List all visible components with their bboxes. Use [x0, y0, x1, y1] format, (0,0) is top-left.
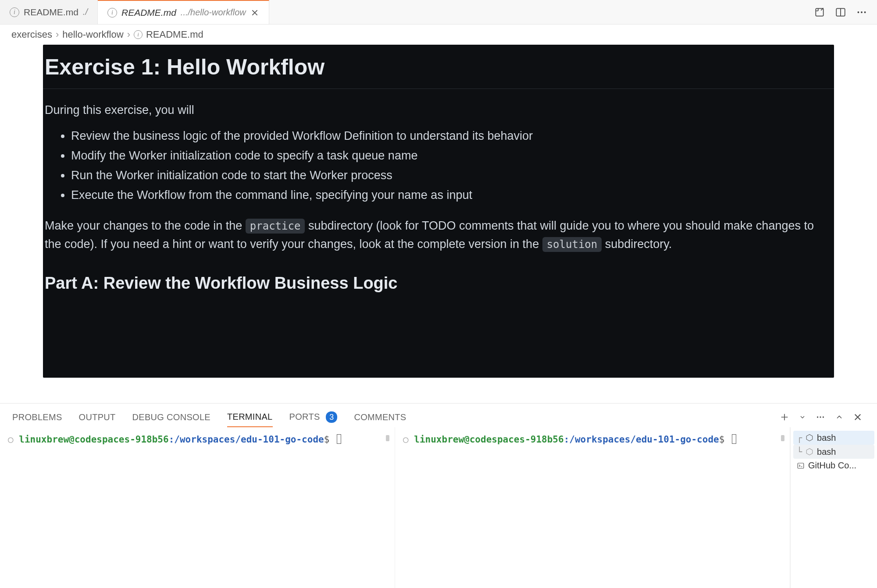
terminal-list-item[interactable]: GitHub Co...: [793, 459, 874, 472]
tab-title: README.md: [121, 7, 176, 18]
tab-subpath: ./: [83, 7, 88, 17]
panel-body: ○ linuxbrew@codespaces-918b56:/workspace…: [0, 427, 877, 588]
code-chip: practice: [246, 219, 305, 234]
preview-list-item: Run the Worker initialization code to st…: [71, 167, 834, 184]
terminal-list: ┌ bash └ bash GitHub Co...: [790, 427, 877, 588]
preview-heading-2: Part A: Review the Workflow Business Log…: [43, 262, 834, 293]
tab-subpath: .../hello-workflow: [181, 7, 246, 18]
terminal-scrollbar[interactable]: [781, 435, 784, 441]
terminal-pane-2[interactable]: ○ linuxbrew@codespaces-918b56:/workspace…: [395, 427, 790, 588]
terminal-path: /workspaces/edu-101-go-code: [174, 434, 324, 445]
breadcrumb-item[interactable]: README.md: [146, 29, 203, 40]
preview-paragraph: Make your changes to the code in the pra…: [43, 217, 834, 254]
panel-tab-terminal[interactable]: TERMINAL: [227, 407, 273, 427]
editor-tab-readme-hello-workflow[interactable]: i README.md .../hello-workflow: [98, 0, 269, 24]
show-source-icon[interactable]: [814, 7, 825, 18]
terminal-list-item[interactable]: ┌ bash: [793, 431, 874, 445]
terminal-pane-1[interactable]: ○ linuxbrew@codespaces-918b56:/workspace…: [0, 427, 395, 588]
editor-tab-bar: i README.md ./ i README.md .../hello-wor…: [0, 0, 877, 25]
svg-point-4: [864, 11, 866, 13]
terminal-separator: :: [564, 434, 570, 445]
more-icon[interactable]: [816, 412, 825, 422]
terminal-list-item[interactable]: └ bash: [793, 445, 874, 459]
preview-list-item: Modify the Worker initialization code to…: [71, 147, 834, 164]
tab-title: README.md: [24, 7, 78, 18]
breadcrumb: exercises › hello-workflow › i README.md: [0, 25, 877, 45]
info-icon: i: [10, 7, 19, 17]
terminal-user: linuxbrew@codespaces-918b56: [414, 434, 563, 445]
preview-list: Review the business logic of the provide…: [43, 128, 834, 204]
tab-bar-spacer: [269, 0, 804, 24]
terminal-separator: :: [169, 434, 175, 445]
svg-point-3: [861, 11, 863, 13]
tree-branch-icon: └: [797, 446, 802, 457]
info-icon: i: [134, 30, 143, 39]
panel-actions: [780, 412, 865, 422]
chevron-right-icon: ›: [56, 29, 59, 40]
svg-point-6: [820, 416, 821, 418]
terminal-icon: [797, 462, 805, 470]
terminal-scrollbar[interactable]: [386, 435, 389, 441]
panel-tab-ports[interactable]: PORTS 3: [289, 407, 338, 427]
preview-list-item: Review the business logic of the provide…: [71, 128, 834, 145]
breadcrumb-item[interactable]: hello-workflow: [62, 29, 123, 40]
terminal-user: linuxbrew@codespaces-918b56: [19, 434, 168, 445]
close-icon[interactable]: [250, 8, 259, 17]
terminal-cursor: [337, 434, 341, 444]
terminal-list-label: GitHub Co...: [808, 460, 856, 471]
panel-tab-label: PORTS: [289, 412, 320, 422]
terminal-list-label: bash: [817, 433, 836, 443]
ports-badge: 3: [326, 411, 337, 423]
preview-text: subdirectory.: [605, 237, 672, 251]
preview-paragraph: During this exercise, you will: [43, 101, 834, 120]
panel-tab-debug-console[interactable]: DEBUG CONSOLE: [132, 408, 210, 427]
prompt-circle-icon: ○: [8, 434, 19, 445]
new-terminal-icon[interactable]: [780, 412, 789, 422]
close-panel-icon[interactable]: [853, 413, 862, 422]
panel-tab-problems[interactable]: PROBLEMS: [12, 408, 62, 427]
split-editor-icon[interactable]: [835, 7, 846, 18]
more-icon[interactable]: [856, 7, 867, 18]
code-chip: solution: [542, 237, 602, 252]
editor-tab-readme-root[interactable]: i README.md ./: [0, 0, 98, 24]
panel-tab-output[interactable]: OUTPUT: [79, 408, 116, 427]
tree-branch-icon: ┌: [797, 432, 802, 443]
svg-rect-8: [798, 463, 804, 468]
chevron-up-icon[interactable]: [835, 413, 844, 422]
chevron-down-icon[interactable]: [799, 414, 806, 421]
panel-tab-bar: PROBLEMS OUTPUT DEBUG CONSOLE TERMINAL P…: [0, 404, 877, 427]
terminal-cursor: [732, 434, 736, 444]
bash-icon: [806, 448, 813, 456]
bash-icon: [806, 434, 813, 442]
svg-point-2: [857, 11, 859, 13]
prompt-circle-icon: ○: [403, 434, 414, 445]
svg-point-5: [817, 416, 818, 418]
markdown-preview[interactable]: Exercise 1: Hello Workflow During this e…: [43, 45, 834, 378]
terminal-line: ○ linuxbrew@codespaces-918b56:/workspace…: [8, 434, 387, 445]
tab-bar-actions: [804, 0, 877, 24]
terminal-prompt: $: [324, 434, 330, 445]
terminal-prompt: $: [719, 434, 725, 445]
markdown-preview-wrap: Exercise 1: Hello Workflow During this e…: [0, 45, 877, 378]
terminal-path: /workspaces/edu-101-go-code: [569, 434, 719, 445]
panel-tab-comments[interactable]: COMMENTS: [354, 408, 406, 427]
terminal-line: ○ linuxbrew@codespaces-918b56:/workspace…: [403, 434, 782, 445]
breadcrumb-item[interactable]: exercises: [11, 29, 52, 40]
svg-point-7: [823, 416, 824, 418]
bottom-panel: PROBLEMS OUTPUT DEBUG CONSOLE TERMINAL P…: [0, 403, 877, 588]
terminal-list-label: bash: [817, 447, 836, 457]
preview-text: Make your changes to the code in the: [45, 219, 246, 232]
info-icon: i: [107, 8, 117, 18]
preview-list-item: Execute the Workflow from the command li…: [71, 187, 834, 204]
chevron-right-icon: ›: [127, 29, 130, 40]
preview-heading-1: Exercise 1: Hello Workflow: [43, 54, 834, 89]
